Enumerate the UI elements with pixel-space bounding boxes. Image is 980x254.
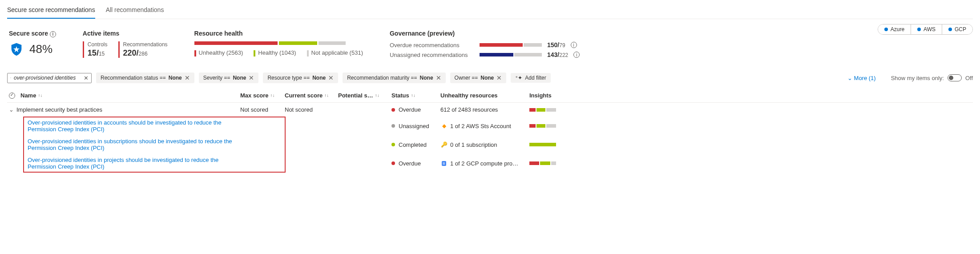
recs-den: 286 [139, 51, 148, 57]
key-icon: 🔑 [440, 141, 448, 148]
status-dot-icon [391, 161, 395, 165]
controls-label: Controls [88, 41, 108, 48]
more-filters-link[interactable]: ⌄ More (1) [847, 75, 876, 81]
tab-secure-score[interactable]: Secure score recommendations [7, 4, 95, 19]
recommendations-table: Name ↑↓ Max score ↑↓ Current score ↑↓ Po… [7, 89, 973, 173]
resource-text: 1 of 2 GCP compute pro… [450, 160, 518, 167]
remove-filter-icon[interactable]: ✕ [185, 74, 190, 81]
table-header: Name ↑↓ Max score ↑↓ Current score ↑↓ Po… [7, 89, 973, 103]
info-icon[interactable]: i [573, 52, 580, 58]
show-my-items-toggle[interactable] [948, 74, 962, 81]
col-potential[interactable]: Potential s… [338, 92, 373, 99]
status-dot-icon [391, 143, 395, 146]
info-icon[interactable]: i [571, 42, 577, 48]
filters-row: ✕ Recommendation status == None ✕ Severi… [7, 73, 973, 83]
col-max[interactable]: Max score [240, 92, 269, 99]
recommendation-link[interactable]: Over-provisioned identities in accounts … [9, 119, 240, 133]
filter-owner[interactable]: Owner == None ✕ [450, 73, 507, 83]
filter-resource-type[interactable]: Resource type == None ✕ [263, 73, 338, 83]
gcp-icon: ≡ [440, 160, 448, 167]
status-text: Completed [399, 141, 427, 148]
search-icon [10, 75, 11, 81]
unassigned-row: Unassigned recommendations 143/222 i [390, 51, 971, 58]
legend-unhealthy: Unhealthy (2563) [194, 49, 243, 56]
svg-line-2 [11, 78, 11, 78]
chevron-down-icon[interactable]: ⌄ [9, 106, 14, 113]
group-max: Not scored [240, 106, 285, 113]
filter-plus-icon: ⁺✦ [515, 75, 522, 81]
col-status[interactable]: Status [391, 92, 409, 99]
filter-severity[interactable]: Severity == None ✕ [199, 73, 259, 83]
col-name[interactable]: Name [20, 92, 36, 99]
group-row[interactable]: ⌄ Implement security best practices Not … [7, 103, 973, 117]
cloud-pill-azure[interactable]: Azure [878, 24, 911, 34]
tabs-bar: Secure score recommendations All recomme… [7, 4, 973, 19]
recommendation-link[interactable]: Over-provisioned identities in subscript… [9, 138, 240, 151]
remove-filter-icon[interactable]: ✕ [249, 74, 254, 81]
cloud-filter-pills: Azure AWS GCP [878, 24, 973, 35]
sort-icon[interactable]: ↑↓ [411, 93, 415, 98]
col-current[interactable]: Current score [285, 92, 323, 99]
resource-health-block: Resource health Unhealthy (2563) Healthy… [194, 30, 363, 56]
summary-row: Secure score i 48% Active items Controls… [7, 27, 973, 61]
cloud-pill-gcp[interactable]: GCP [942, 24, 972, 34]
sort-icon[interactable]: ↑↓ [324, 93, 329, 98]
add-filter-button[interactable]: ⁺✦ Add filter [511, 73, 550, 83]
unassigned-label: Unassigned recommendations [390, 52, 474, 58]
info-icon[interactable]: i [50, 31, 56, 37]
aws-dot-icon [917, 28, 921, 31]
show-my-items-label: Show my items only: [891, 75, 944, 81]
group-status: Overdue [399, 106, 421, 113]
cloud-label: GCP [955, 26, 966, 32]
filter-maturity[interactable]: Recommendation maturity == None ✕ [343, 73, 445, 83]
controls-count: Controls 15/15 [83, 41, 108, 58]
aws-icon: ◆ [440, 122, 448, 129]
mini-bar [529, 143, 556, 146]
resource-text: 1 of 2 AWS Sts Account [450, 123, 511, 129]
cloud-pill-aws[interactable]: AWS [911, 24, 942, 34]
resource-text: 0 of 1 subscription [450, 141, 497, 148]
remove-filter-icon[interactable]: ✕ [496, 74, 502, 81]
table-row[interactable]: Over-provisioned identities in accounts … [7, 117, 973, 135]
status-text: Overdue [399, 160, 421, 167]
group-current: Not scored [285, 106, 338, 113]
recommendations-count: Recommendations 220/286 [118, 41, 168, 58]
recommendation-link[interactable]: Over-provisioned identities in projects … [9, 157, 240, 170]
table-row[interactable]: Over-provisioned identities in projects … [7, 154, 973, 173]
remove-filter-icon[interactable]: ✕ [328, 74, 334, 81]
remove-filter-icon[interactable]: ✕ [436, 74, 441, 81]
controls-num: 15 [88, 48, 97, 57]
sort-icon[interactable]: ↑↓ [375, 93, 379, 98]
overdue-num: 150 [547, 41, 557, 48]
resource-health-title: Resource health [194, 30, 363, 37]
col-unhealthy[interactable]: Unhealthy resources [440, 92, 498, 99]
controls-den: 15 [99, 51, 105, 57]
filter-status[interactable]: Recommendation status == None ✕ [96, 73, 194, 83]
overdue-row: Overdue recommendations 150/79 i [390, 41, 971, 48]
search-input-wrapper[interactable]: ✕ [7, 73, 92, 83]
table-row[interactable]: Over-provisioned identities in subscript… [7, 135, 973, 154]
tab-all-recommendations[interactable]: All recommendations [106, 4, 164, 19]
legend-healthy: Healthy (1043) [254, 49, 296, 56]
mini-bar [529, 108, 556, 112]
sort-icon[interactable]: ↑↓ [38, 93, 42, 98]
overdue-den: 79 [559, 42, 565, 48]
chevron-down-icon: ⌄ [847, 75, 852, 81]
secure-score-block: Secure score i 48% [9, 30, 56, 57]
cloud-label: AWS [924, 26, 936, 32]
mini-bar [529, 124, 556, 128]
sort-icon[interactable]: ↑↓ [270, 93, 275, 98]
unassigned-num: 143 [547, 51, 557, 58]
col-insights[interactable]: Insights [529, 92, 552, 99]
legend-na: Not applicable (531) [307, 49, 363, 56]
unassigned-den: 222 [559, 52, 568, 58]
resource-health-bar [194, 41, 346, 45]
clear-search-icon[interactable]: ✕ [84, 75, 89, 81]
select-all-icon[interactable] [9, 93, 15, 99]
search-input[interactable] [14, 75, 81, 81]
active-items-title: Active items [83, 30, 168, 37]
recs-num: 220 [123, 48, 137, 57]
secure-score-title: Secure score [9, 30, 48, 37]
gcp-dot-icon [948, 28, 952, 31]
group-name: Implement security best practices [16, 106, 102, 113]
